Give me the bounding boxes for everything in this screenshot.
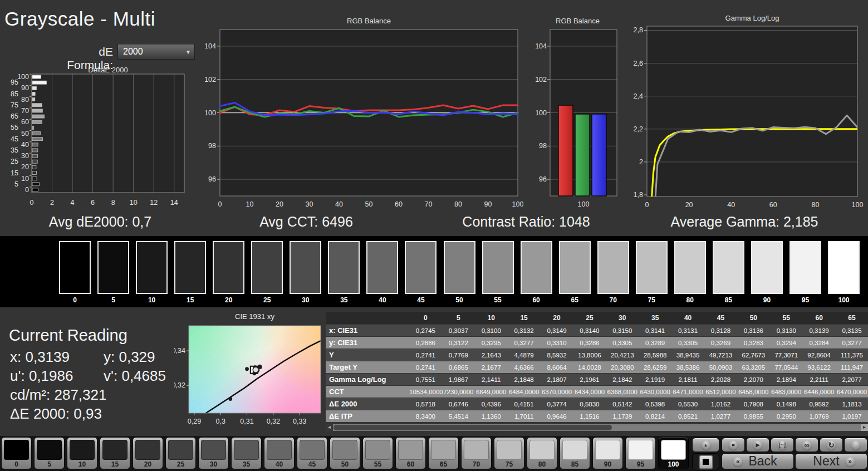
table-cell: 2,1677 (475, 364, 508, 371)
patch-button-100[interactable]: 100 (658, 437, 689, 469)
scrollbar-track[interactable] (333, 424, 861, 431)
patch-button-50[interactable]: 50 (330, 437, 360, 469)
table-cell: 0,9592 (803, 401, 836, 408)
patch-button-35[interactable]: 35 (231, 437, 262, 469)
table-cell: 4,6366 (508, 364, 541, 371)
swatch-level-label: 45 (405, 296, 437, 304)
table-cell: 0,3284 (803, 340, 836, 346)
table-row: ΔE ITP8,34005,45141,13601,70110,96461,15… (326, 410, 868, 422)
svg-text:100: 100 (512, 200, 523, 208)
patch-label: 45 (297, 460, 327, 468)
patch-button-40[interactable]: 40 (264, 437, 295, 469)
patch-swatch (267, 440, 292, 460)
patch-button-75[interactable]: 75 (494, 437, 524, 469)
table-cell: 49,7213 (704, 352, 737, 359)
svg-text:40: 40 (727, 201, 735, 209)
table-cell: 0,3269 (704, 340, 737, 346)
patch-button-70[interactable]: 70 (461, 437, 492, 469)
patch-size-up-button[interactable]: ▲ (692, 438, 719, 452)
patch-swatch (135, 440, 160, 460)
table-cell: 0,3122 (442, 340, 475, 346)
table-scrollbar[interactable]: ◄ ► (326, 424, 868, 431)
swatch-level-label: 60 (521, 296, 552, 304)
table-cell: 0,5530 (671, 401, 704, 408)
swatch-level-label: 10 (136, 296, 168, 304)
stop-button[interactable]: ■ (722, 438, 745, 452)
table-column-header: 10 (475, 314, 508, 322)
scroll-left-icon[interactable]: ◄ (326, 424, 333, 431)
patch-button-10[interactable]: 10 (67, 437, 97, 469)
current-reading-title: Current Reading (9, 326, 127, 345)
svg-text:98: 98 (539, 142, 547, 150)
patch-button-5[interactable]: 5 (34, 437, 65, 469)
patch-button-55[interactable]: 55 (362, 437, 393, 469)
patch-window-button[interactable] (692, 453, 719, 470)
table-cell: 0,5142 (606, 401, 639, 408)
grayscale-swatch-60 (521, 241, 552, 294)
patch-button-90[interactable]: 90 (592, 437, 623, 469)
patch-swatch (234, 440, 259, 460)
page-title: Grayscale - Multi (4, 8, 155, 30)
table-cell: 0,8214 (639, 413, 671, 420)
table-cell: 0,7551 (409, 376, 442, 383)
patch-label: 30 (199, 460, 228, 468)
scroll-right-icon[interactable]: ► (861, 424, 868, 431)
table-cell: 2,2111 (803, 376, 836, 383)
svg-text:45: 45 (11, 135, 18, 143)
deltae-chart: DeltaE 2000 0510152025303540455055606570… (0, 65, 209, 213)
table-cell: 0,3140 (573, 327, 606, 334)
de-formula-dropdown[interactable]: 2000 ▼ (117, 44, 195, 60)
table-row: CCT10534,00007230,00006649,00006484,0000… (326, 386, 868, 398)
patch-swatch (661, 440, 686, 460)
infinity-button[interactable]: ∞ (795, 438, 818, 452)
table-cell: 6434,0000 (573, 389, 606, 395)
status-ball-button[interactable] (844, 438, 867, 452)
next-button[interactable]: Next» (795, 453, 867, 469)
table-column-header: 45 (704, 314, 737, 322)
table-cell: 0,3305 (671, 340, 704, 346)
svg-text:2: 2 (50, 199, 54, 207)
grayscale-swatch-5 (97, 241, 129, 294)
patch-button-60[interactable]: 60 (395, 437, 426, 469)
grayscale-swatch-0 (59, 241, 91, 294)
range-button[interactable]: [··] (771, 438, 794, 452)
patch-button-65[interactable]: 65 (428, 437, 459, 469)
table-column-header: 30 (606, 314, 639, 322)
arrow-up-icon: ▲ (701, 440, 711, 450)
table-cell: 6458,0000 (737, 389, 770, 395)
status-ball-icon (851, 440, 861, 450)
table-column-header: 50 (737, 314, 770, 322)
patch-button-20[interactable]: 20 (133, 437, 163, 469)
patch-button-0[interactable]: 0 (1, 437, 32, 469)
svg-text:2,2: 2,2 (634, 125, 643, 133)
patch-button-30[interactable]: 30 (198, 437, 229, 469)
refresh-button[interactable]: ↻ (820, 438, 843, 452)
svg-text:98: 98 (208, 142, 216, 150)
back-button[interactable]: «Back (722, 453, 794, 469)
scrollbar-thumb[interactable] (334, 425, 612, 430)
table-column-header: 15 (508, 314, 541, 322)
svg-text:30: 30 (306, 200, 313, 208)
patch-window-frame (699, 455, 713, 469)
table-cell: 0,5030 (573, 401, 606, 408)
patch-label: 10 (67, 460, 97, 468)
patch-button-15[interactable]: 15 (100, 437, 130, 469)
table-cell: 63,3205 (737, 364, 770, 371)
svg-text:40: 40 (21, 141, 29, 149)
patch-swatch (562, 440, 587, 460)
svg-text:2,4: 2,4 (634, 92, 643, 100)
patch-button-95[interactable]: 95 (625, 437, 656, 469)
patch-button-45[interactable]: 45 (297, 437, 327, 469)
patch-button-85[interactable]: 85 (560, 437, 590, 469)
patch-button-25[interactable]: 25 (165, 437, 196, 469)
svg-text:80: 80 (454, 200, 462, 208)
patch-button-80[interactable]: 80 (527, 437, 557, 469)
table-row: Y0,27410,77692,16434,48798,593213,800620… (326, 349, 868, 361)
patch-label: 75 (494, 460, 524, 468)
table-cell: 7230,0000 (442, 389, 475, 395)
table-cell: 0,3130 (770, 327, 803, 334)
play-button[interactable]: ▶ (746, 438, 769, 452)
table-cell: 0,4396 (475, 401, 508, 408)
table-cell: 28,5988 (639, 352, 671, 359)
svg-text:55: 55 (11, 124, 18, 131)
